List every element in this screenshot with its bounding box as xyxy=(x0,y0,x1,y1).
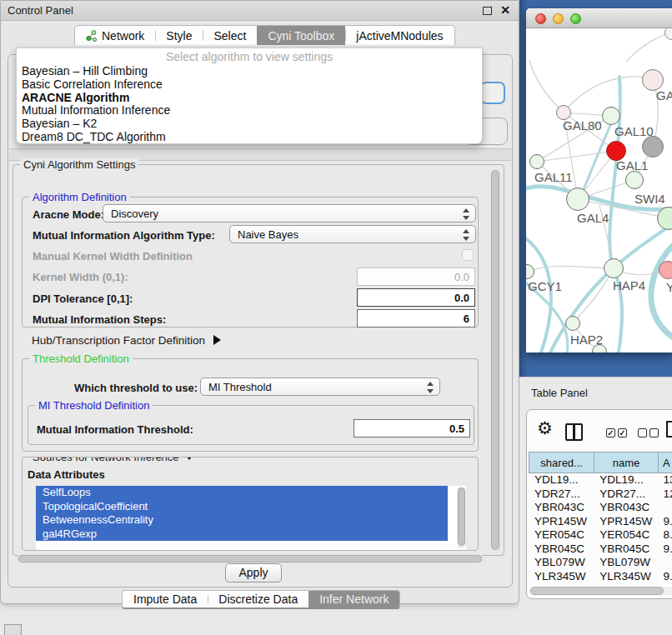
table-row[interactable]: YLR345WYLR345W9. xyxy=(529,570,672,584)
network-node-gal10[interactable] xyxy=(602,107,620,125)
table-cell: YER054C xyxy=(529,528,594,542)
deselect-all-checkbox-icon[interactable] xyxy=(649,428,659,438)
select-all-checkbox-icon[interactable]: ✓ xyxy=(618,428,627,438)
settings-vertical-scrollbar[interactable] xyxy=(490,170,500,550)
manual-kernel-checkbox[interactable] xyxy=(462,249,474,261)
tab-label: Impute Data xyxy=(133,592,197,606)
algorithm-option-aracne-algorithm[interactable]: ARACNE Algorithm xyxy=(17,92,482,105)
float-window-icon[interactable] xyxy=(483,7,492,15)
table-panel-title: Table Panel xyxy=(531,387,588,399)
mi-threshold-group: MI Threshold Definition Mutual Informati… xyxy=(28,405,474,445)
table-horizontal-scrollbar[interactable] xyxy=(529,587,672,595)
table-panel-section: Table Panel ⚙ ✓ ✓ shared...nameAYDL19...… xyxy=(519,377,672,635)
close-icon[interactable]: ✕ xyxy=(500,3,510,17)
node-table[interactable]: shared...nameAYDL19...YDL19...13YDR27...… xyxy=(529,452,672,586)
attribute-item-betweennesscentrality[interactable]: BetweennessCentrality xyxy=(36,513,448,528)
combo-stepper-icon xyxy=(426,381,434,394)
node-label-gcy1: GCY1 xyxy=(528,279,562,293)
mi-threshold-field[interactable]: 0.5 xyxy=(354,419,470,438)
table-cell: YIL052C xyxy=(529,583,594,586)
table-cell: 9. xyxy=(658,542,672,557)
network-view-window[interactable]: GAL7GAL80GAL10GAL1GAL11SWI4GAL4GCY1HAP4Y… xyxy=(526,8,672,352)
tab-label: jActiveMNodules xyxy=(356,29,443,42)
network-node-gal4[interactable] xyxy=(566,188,589,211)
algorithm-option-mutual-information-inference[interactable]: Mutual Information Inference xyxy=(17,104,482,118)
select-all-checkbox-icon[interactable]: ✓ xyxy=(606,428,615,438)
network-canvas[interactable]: GAL7GAL80GAL10GAL1GAL11SWI4GAL4GCY1HAP4Y… xyxy=(526,28,672,352)
table-row[interactable]: YBL079WYBL079W xyxy=(529,556,672,570)
tab-network[interactable]: Network xyxy=(75,26,155,45)
table-row[interactable]: YBR043CYBR043C xyxy=(529,501,672,515)
attribute-item-selfloops[interactable]: SelfLoops xyxy=(36,486,448,500)
data-attributes-list[interactable]: SelfLoopsTopologicalCoefficientBetweenne… xyxy=(36,486,466,550)
collapsed-panel-icon[interactable] xyxy=(4,624,22,635)
threshold-definition-title: Threshold Definition xyxy=(29,352,133,365)
settings-horizontal-scrollbar[interactable] xyxy=(17,554,484,563)
algorithm-dropdown-popup[interactable]: Select algorithm to view settings Bayesi… xyxy=(16,48,483,144)
attribute-item-topologicalcoefficient[interactable]: TopologicalCoefficient xyxy=(36,500,448,514)
bottom-tab-infer-network[interactable]: Infer Network xyxy=(308,591,399,608)
tab-jactivemnodules[interactable]: jActiveMNodules xyxy=(345,26,454,45)
table-panel-window: ⚙ ✓ ✓ shared...nameAYDL19...YDL19...13YD… xyxy=(526,409,672,599)
dpi-tolerance-field[interactable]: 0.0 xyxy=(357,288,475,307)
network-node-hap4[interactable] xyxy=(604,258,624,278)
tab-cyni-toolbox[interactable]: Cyni Toolbox xyxy=(257,26,345,45)
mi-steps-field[interactable]: 6 xyxy=(357,309,475,328)
column-header-name[interactable]: name xyxy=(594,452,657,473)
zoom-traffic-light-icon[interactable] xyxy=(570,13,581,24)
network-node-y[interactable] xyxy=(659,261,672,279)
algorithm-option-bayesian-hill-climbing[interactable]: Bayesian – Hill Climbing xyxy=(17,65,482,78)
bottom-tabbar: Impute DataDiscretize DataInfer Network xyxy=(122,590,400,609)
tab-label: Cyni Toolbox xyxy=(268,29,334,42)
split-columns-icon[interactable] xyxy=(565,423,583,441)
mi-type-label: Mutual Information Algorithm Type: xyxy=(33,229,215,242)
attribute-item-gal4rgexp[interactable]: gal4RGexp xyxy=(36,528,448,542)
kernel-width-label: Kernel Width (0,1): xyxy=(33,271,128,283)
table-row[interactable]: YDL19...YDL19...13 xyxy=(529,473,672,488)
gear-icon[interactable]: ⚙ xyxy=(537,418,553,438)
network-node-hap2[interactable] xyxy=(565,316,580,331)
tab-label: Discretize Data xyxy=(218,592,298,606)
algorithm-option-dream8-dc-tdc-algorithm[interactable]: Dream8 DC_TDC Algorithm xyxy=(17,131,482,144)
sources-group-title[interactable]: Sources for Network Inference xyxy=(29,457,198,463)
app-root: Control Panel ✕ NetworkStyleSelectCyni T… xyxy=(0,0,672,635)
aracne-mode-select[interactable]: Discovery xyxy=(103,204,476,222)
apply-button[interactable]: Apply xyxy=(225,563,282,582)
tab-label: Network xyxy=(102,29,144,42)
table-cell: YBR045C xyxy=(594,542,657,557)
table-row[interactable]: YIL052CYIL052C0 xyxy=(529,583,672,586)
table-cell: 13 xyxy=(658,473,672,488)
close-traffic-light-icon[interactable] xyxy=(535,13,546,24)
minimize-traffic-light-icon[interactable] xyxy=(553,13,564,24)
aracne-mode-value: Discovery xyxy=(111,208,158,220)
network-node-gal1[interactable] xyxy=(625,171,644,189)
bottom-tab-discretize-data[interactable]: Discretize Data xyxy=(208,591,308,608)
column-header-shared-[interactable]: shared... xyxy=(529,452,594,473)
kernel-width-field[interactable]: 0.0 xyxy=(357,268,475,286)
table-row[interactable]: YER054CYER054C8. xyxy=(529,528,672,542)
table-row[interactable]: YPR145WYPR145W9. xyxy=(529,515,672,529)
dpi-tolerance-label: DPI Tolerance [0,1]: xyxy=(33,292,133,305)
tab-select[interactable]: Select xyxy=(203,26,257,45)
which-threshold-select[interactable]: MI Threshold xyxy=(200,378,440,396)
settings-group-title: Cyni Algorithm Settings xyxy=(20,158,138,171)
table-row[interactable]: YDR27...YDR27...12 xyxy=(529,488,672,502)
deselect-all-checkbox-icon[interactable] xyxy=(638,428,647,438)
file-icon[interactable] xyxy=(666,421,672,438)
algorithm-option-basic-correlation-inference[interactable]: Basic Correlation Inference xyxy=(17,78,482,92)
attributes-scrollbar[interactable] xyxy=(457,487,466,548)
network-node[interactable] xyxy=(642,136,664,158)
bottom-tab-impute-data[interactable]: Impute Data xyxy=(123,591,208,608)
table-cell: YBL079W xyxy=(594,556,657,570)
network-node-gal11[interactable] xyxy=(529,154,544,169)
hub-definition-toggle[interactable]: Hub/Transcription Factor Definition xyxy=(32,334,221,347)
table-row[interactable]: YBR045CYBR045C9. xyxy=(529,542,672,557)
mi-algorithm-type-select[interactable]: Naive Bayes xyxy=(229,225,476,243)
tab-style[interactable]: Style xyxy=(155,26,203,45)
algorithm-definition-group: Algorithm Definition Aracne Mode: Discov… xyxy=(22,197,479,328)
table-cell: 9. xyxy=(658,570,672,584)
column-header-a[interactable]: A xyxy=(658,452,672,473)
mi-type-value: Naive Bayes xyxy=(238,228,298,241)
cyni-algorithm-settings-group: Cyni Algorithm Settings Algorithm Defini… xyxy=(13,164,504,556)
algorithm-option-bayesian-k2[interactable]: Bayesian – K2 xyxy=(17,118,482,131)
